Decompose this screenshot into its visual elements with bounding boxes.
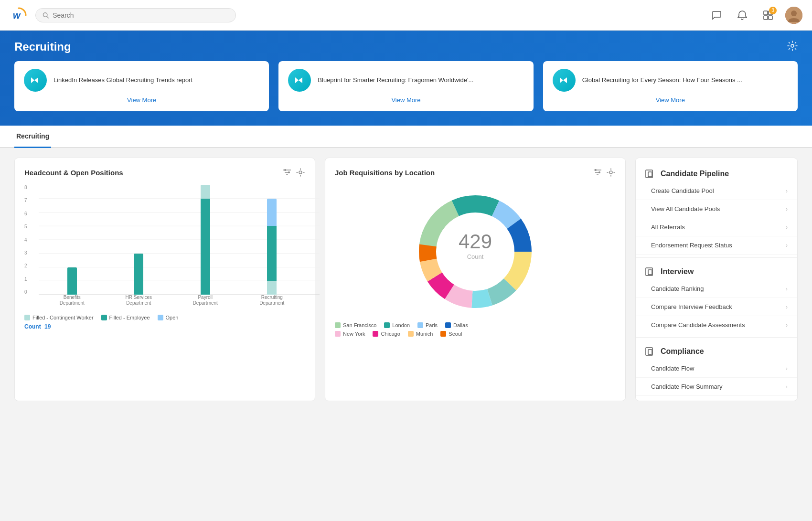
chevron-icon-1: › xyxy=(786,206,788,213)
donut-chart-card: Job Requisitions by Location xyxy=(325,158,626,401)
bar-recruiting-stack xyxy=(267,199,277,295)
search-icon xyxy=(43,12,49,19)
svg-point-29 xyxy=(598,171,600,173)
donut-chart-actions[interactable] xyxy=(593,168,616,177)
svg-point-30 xyxy=(609,171,612,174)
interview-icon xyxy=(645,267,656,276)
svg-rect-3 xyxy=(764,11,768,15)
news-icon-0 xyxy=(24,69,47,92)
svg-rect-6 xyxy=(769,16,772,20)
donut-svg: 429 Count xyxy=(413,190,537,314)
news-icon-1 xyxy=(288,69,311,92)
compliance-title: Compliance xyxy=(645,347,788,356)
panel-item-create-pool[interactable]: Create Candidate Pool › xyxy=(636,182,797,200)
settings-chart-icon[interactable] xyxy=(296,168,305,177)
chevron-icon-6: › xyxy=(786,322,788,329)
bar-recruiting-employee xyxy=(267,226,277,281)
bar-group-payroll xyxy=(201,185,210,295)
compliance-section: Compliance xyxy=(636,340,797,360)
notification-badge: 3 xyxy=(769,7,777,14)
news-text-1: Blueprint for Smarter Recruiting: Fragom… xyxy=(318,76,473,85)
avatar[interactable] xyxy=(785,7,802,24)
news-card-0[interactable]: LinkedIn Releases Global Recruiting Tren… xyxy=(14,61,269,111)
bar-recruiting-open xyxy=(267,199,277,226)
tab-recruiting[interactable]: Recruiting xyxy=(14,126,51,148)
legend-seoul: Seoul xyxy=(440,331,462,337)
svg-rect-50 xyxy=(648,350,652,354)
panel-item-candidate-flow-summary[interactable]: Candidate Flow Summary › xyxy=(636,378,797,396)
settings-button[interactable] xyxy=(787,41,798,53)
compliance-icon xyxy=(645,347,656,356)
interview-title: Interview xyxy=(645,267,788,276)
notification-button[interactable] xyxy=(734,7,751,24)
bar-group-benefits xyxy=(67,267,77,295)
panel-item-ranking[interactable]: Candidate Ranking › xyxy=(636,280,797,298)
legend-newyork: New York xyxy=(335,331,365,337)
view-more-2[interactable]: View More xyxy=(553,96,788,104)
news-card-1[interactable]: Blueprint for Smarter Recruiting: Fragom… xyxy=(278,61,533,111)
headcount-chart-header: Headcount & Open Positions xyxy=(24,168,305,177)
dot-sanfrancisco xyxy=(335,322,341,328)
legend-dallas: Dallas xyxy=(445,322,468,328)
top-nav: w 3 xyxy=(0,0,812,31)
page-title: Recruiting xyxy=(14,40,71,53)
candidate-pipeline-icon xyxy=(645,170,656,178)
dot-dallas xyxy=(445,322,451,328)
logo: w xyxy=(10,6,28,24)
news-card-content-0: LinkedIn Releases Global Recruiting Tren… xyxy=(24,69,259,92)
svg-point-28 xyxy=(595,169,597,171)
svg-rect-5 xyxy=(764,16,768,20)
news-text-2: Global Recruiting for Every Season: How … xyxy=(582,76,742,85)
tab-section: Recruiting xyxy=(0,126,812,148)
filter-icon[interactable] xyxy=(282,168,292,177)
bar-benefits-employee xyxy=(67,267,77,295)
bell-icon xyxy=(737,10,748,21)
candidate-pipeline-title: Candidate Pipeline xyxy=(645,170,788,178)
bar-groups xyxy=(39,185,305,295)
news-cards: LinkedIn Releases Global Recruiting Tren… xyxy=(14,61,798,111)
legend-dot-employee xyxy=(101,315,107,320)
bar-payroll-stack xyxy=(201,185,210,295)
bar-group-recruiting xyxy=(267,199,277,295)
search-bar[interactable] xyxy=(35,8,236,22)
headcount-chart-actions[interactable] xyxy=(282,168,305,177)
panel-item-endorsement[interactable]: Endorsement Request Status › xyxy=(636,236,797,255)
chevron-icon-5: › xyxy=(786,304,788,310)
search-input[interactable] xyxy=(53,11,229,19)
svg-text:Count: Count xyxy=(467,253,484,260)
svg-rect-48 xyxy=(648,270,652,275)
panel-item-view-pools[interactable]: View All Candidate Pools › xyxy=(636,200,797,218)
panel-item-candidate-flow[interactable]: Candidate Flow › xyxy=(636,360,797,378)
legend-chicago: Chicago xyxy=(373,331,400,337)
dot-munich xyxy=(408,331,414,337)
chat-button[interactable] xyxy=(708,7,725,24)
legend-contingent: Filled - Contingent Worker xyxy=(24,315,94,320)
dot-london xyxy=(384,322,390,328)
news-card-content-1: Blueprint for Smarter Recruiting: Fragom… xyxy=(288,69,524,92)
panel-item-all-referrals[interactable]: All Referrals › xyxy=(636,218,797,236)
nav-icons: 3 xyxy=(708,7,802,24)
panel-item-compare-assessments[interactable]: Compare Candidate Assessments › xyxy=(636,316,797,334)
right-panel: Candidate Pipeline Create Candidate Pool… xyxy=(635,158,798,401)
dot-paris xyxy=(417,322,423,328)
legend-employee: Filled - Employee xyxy=(101,315,150,320)
svg-line-2 xyxy=(47,16,48,18)
svg-point-15 xyxy=(299,171,302,174)
chevron-icon-2: › xyxy=(786,224,788,231)
grid-button[interactable]: 3 xyxy=(759,7,777,24)
view-more-1[interactable]: View More xyxy=(288,96,524,104)
bar-chart-area: 8 7 6 5 4 3 2 1 0 xyxy=(24,185,305,309)
legend-open: Open xyxy=(158,315,179,320)
svg-point-8 xyxy=(791,11,797,16)
news-card-2[interactable]: Global Recruiting for Every Season: How … xyxy=(543,61,798,111)
headcount-chart-card: Headcount & Open Positions xyxy=(14,158,315,401)
dot-chicago xyxy=(373,331,378,337)
legend-sanfrancisco: San Francisco xyxy=(335,322,376,328)
view-more-0[interactable]: View More xyxy=(24,96,259,104)
donut-legend-row-2: New York Chicago Munich Seoul xyxy=(335,331,616,337)
filter-donut-icon[interactable] xyxy=(593,168,602,177)
panel-item-compare-feedback[interactable]: Compare Interview Feedback › xyxy=(636,298,797,316)
news-card-content-2: Global Recruiting for Every Season: How … xyxy=(553,69,788,92)
headcount-chart-title: Headcount & Open Positions xyxy=(24,169,123,177)
settings-donut-icon[interactable] xyxy=(606,168,616,177)
